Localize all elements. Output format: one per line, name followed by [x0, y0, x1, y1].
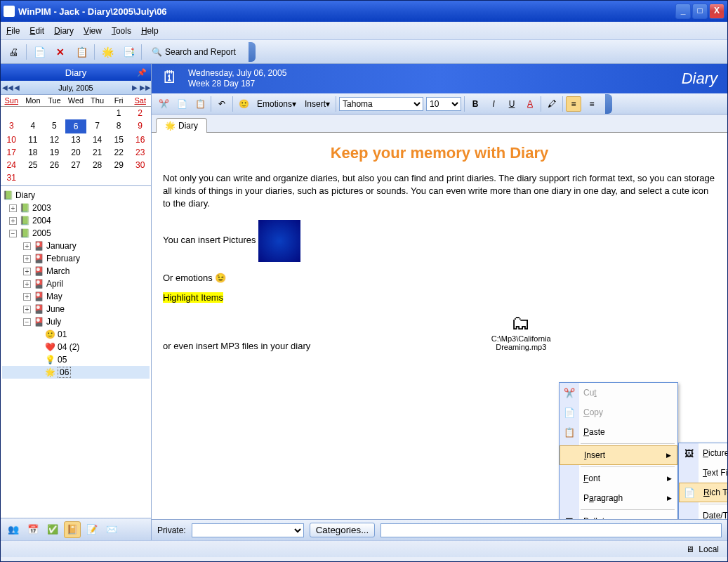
calendar-day[interactable]	[129, 171, 151, 184]
notes-view-button[interactable]: 📝	[84, 521, 100, 538]
menu-edit[interactable]: Edit	[29, 26, 44, 36]
highlight-button[interactable]: 🖍	[544, 96, 560, 112]
calendar-day[interactable]	[86, 171, 108, 184]
prev-year-button[interactable]: ◀◀	[2, 84, 12, 91]
private-select[interactable]	[192, 523, 304, 537]
align-center-button[interactable]: ≡	[584, 96, 600, 112]
tasks-view-button[interactable]: ✅	[44, 521, 61, 538]
calendar-day[interactable]	[86, 107, 108, 119]
diary-view-button[interactable]: 📔	[64, 521, 81, 538]
calendar-day[interactable]: 8	[108, 119, 130, 133]
calendar-day[interactable]: 25	[22, 159, 44, 171]
calendar-day[interactable]: 2	[129, 107, 151, 119]
tab-diary[interactable]: 🌟 Diary	[156, 118, 207, 133]
calendar-day[interactable]: 19	[44, 146, 65, 159]
calendar-day[interactable]: 17	[1, 146, 22, 159]
next-month-button[interactable]: ▶	[130, 84, 140, 91]
categories-field[interactable]	[380, 523, 722, 537]
document-area[interactable]: Keep your memory with Diary Not only you…	[152, 133, 727, 519]
calendar-day[interactable]: 30	[129, 159, 151, 171]
calendar-day[interactable]	[22, 171, 44, 184]
calendar-day[interactable]	[44, 171, 65, 184]
paste-icon[interactable]: 📋	[192, 96, 208, 112]
calendar-day[interactable]: 31	[1, 171, 22, 184]
calendar-day[interactable]: 23	[129, 146, 151, 159]
calendar-day[interactable]: 18	[22, 146, 44, 159]
mail-view-button[interactable]: ✉️	[103, 521, 120, 538]
maximize-button[interactable]: □	[692, 4, 708, 19]
calendar-day[interactable]	[65, 107, 87, 119]
search-report-button[interactable]: 🔍 Search and Report	[146, 46, 241, 58]
categories-button[interactable]: Categories...	[310, 523, 376, 537]
calendar-day[interactable]	[1, 107, 22, 119]
close-button[interactable]: X	[709, 4, 724, 19]
calendar-day[interactable]: 3	[1, 119, 22, 133]
toolbar-grip[interactable]	[249, 42, 256, 62]
expand-icon[interactable]: +	[9, 204, 17, 212]
align-left-button[interactable]: ≡	[566, 96, 581, 112]
calendar-day[interactable]: 22	[108, 146, 130, 159]
ctx-datetime[interactable]: Date/Time▶	[679, 506, 727, 519]
menu-diary[interactable]: Diary	[54, 26, 74, 36]
calendar-day[interactable]: 1	[108, 107, 130, 119]
menu-tools[interactable]: Tools	[112, 26, 131, 36]
calendar-day[interactable]: 29	[108, 159, 130, 171]
ctx-paragraph[interactable]: Paragragh▶	[560, 488, 677, 508]
calendar-day[interactable]	[65, 171, 87, 184]
ctx-insert[interactable]: Insert▶	[560, 445, 677, 465]
icon-picker[interactable]: 🌟	[99, 44, 116, 60]
calendar-day[interactable]: 7	[86, 119, 108, 133]
copy-icon[interactable]: 📄	[174, 96, 190, 112]
calendar-day[interactable]: 11	[22, 133, 44, 146]
next-year-button[interactable]: ▶▶	[140, 84, 150, 91]
delete-icon[interactable]: ✕	[52, 44, 69, 60]
calendar-month-label[interactable]: July, 2005	[58, 84, 93, 92]
menu-file[interactable]: File	[6, 26, 20, 36]
print-icon[interactable]: 🖨	[5, 44, 22, 60]
italic-button[interactable]: I	[486, 96, 501, 112]
calendar-day[interactable]: 10	[1, 133, 22, 146]
calendar-day[interactable]: 9	[129, 119, 151, 133]
calendar-day[interactable]: 13	[65, 133, 87, 146]
cut-icon[interactable]: ✂️	[156, 96, 171, 112]
pin-icon[interactable]: 📌	[137, 68, 147, 77]
menu-help[interactable]: Help	[141, 26, 159, 36]
calendar-day[interactable]: 28	[86, 159, 108, 171]
calendar-day[interactable]: 20	[65, 146, 87, 159]
embedded-file[interactable]: 🗂 C:\Mp3\California Dreaming.mp3	[479, 311, 563, 351]
minimize-button[interactable]: _	[675, 4, 691, 19]
ctx-bullets[interactable]: ☰Bullets	[560, 511, 677, 519]
font-color-button[interactable]: A	[522, 96, 538, 112]
undo-icon[interactable]: ↶	[214, 96, 230, 112]
ctx-textfile[interactable]: Text File	[679, 463, 727, 483]
editor-toolbar-grip[interactable]	[605, 94, 612, 114]
menu-view[interactable]: View	[84, 26, 102, 36]
template-icon[interactable]: 📑	[120, 44, 137, 60]
calendar-day[interactable]: 4	[22, 119, 44, 133]
copy-icon[interactable]: 📋	[73, 44, 90, 60]
calendar-day[interactable]: 26	[44, 159, 65, 171]
new-icon[interactable]: 📄	[31, 44, 48, 60]
emotion-icon[interactable]: 🙂	[236, 96, 251, 112]
emotions-dropdown[interactable]: Emotions▾	[254, 98, 299, 110]
calendar-day[interactable]: 14	[86, 133, 108, 146]
ctx-font[interactable]: Font▶	[560, 469, 677, 488]
calendar-day[interactable]: 5	[44, 119, 65, 133]
calendar-day[interactable]: 12	[44, 133, 65, 146]
calendar-day[interactable]: 21	[86, 146, 108, 159]
calendar-day[interactable]: 16	[129, 133, 151, 146]
contacts-view-button[interactable]: 👥	[5, 521, 22, 538]
calendar-day[interactable]	[108, 171, 130, 184]
diary-tree[interactable]: 📗Diary +📗2003 +📗2004 −📗2005 +🎴January +🎴…	[1, 186, 151, 518]
ctx-cut[interactable]: ✂️Cut	[560, 383, 677, 403]
calendar-day[interactable]: 6	[65, 119, 87, 133]
underline-button[interactable]: U	[504, 96, 519, 112]
ctx-paste[interactable]: 📋Paste	[560, 422, 677, 442]
bold-button[interactable]: B	[468, 96, 483, 112]
font-size-select[interactable]: 10	[426, 97, 461, 111]
insert-dropdown[interactable]: Insert▾	[302, 98, 333, 110]
font-name-select[interactable]: Tahoma	[339, 97, 423, 111]
prev-month-button[interactable]: ◀	[12, 84, 22, 91]
ctx-picture[interactable]: 🖼Picture	[679, 443, 727, 463]
ctx-rtf[interactable]: 📄Rich Text Format File	[679, 483, 727, 502]
